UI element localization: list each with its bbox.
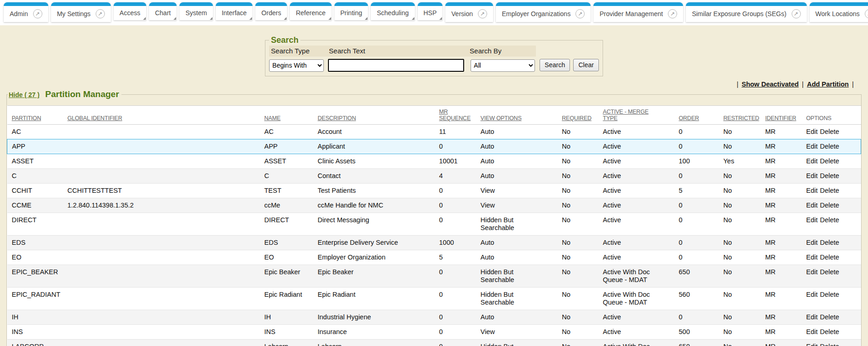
pipe-separator: | — [736, 81, 738, 88]
edit-link[interactable]: Edit — [806, 268, 818, 276]
tab-scheduling[interactable]: Scheduling — [371, 2, 414, 20]
table-row[interactable]: CCHITCCHITTESTTESTTESTTest Patients0View… — [7, 184, 861, 198]
tab-interface[interactable]: Interface — [216, 2, 253, 20]
external-link-icon[interactable]: ↗ — [96, 9, 105, 18]
tab-reference[interactable]: Reference — [290, 2, 332, 20]
column-header-mr-sequence[interactable]: MR SEQUENCE — [439, 106, 481, 125]
table-row[interactable]: EPIC_RADIANTEpic RadiantEpic Radiant0Hid… — [7, 288, 861, 310]
table-row[interactable]: EDSEDSEnterprise Delivery Service1000Aut… — [7, 236, 861, 250]
show-deactivated-link[interactable]: Show Deactivated — [742, 81, 799, 88]
add-partition-link[interactable]: Add Partition — [807, 81, 849, 88]
edit-link[interactable]: Edit — [806, 202, 818, 209]
column-header-identifier[interactable]: IDENTIFIER — [765, 106, 806, 125]
edit-link[interactable]: Edit — [806, 291, 818, 298]
column-header-label[interactable]: NAME — [264, 115, 281, 121]
column-header-label[interactable]: MR SEQUENCE — [439, 109, 471, 121]
table-row[interactable]: LABCORPLabcorpLabcorp0Hidden But Searcha… — [7, 340, 861, 346]
delete-link[interactable]: Delete — [820, 216, 839, 224]
tab-version[interactable]: Version↗ — [445, 2, 493, 22]
delete-link[interactable]: Delete — [820, 143, 839, 150]
delete-link[interactable]: Delete — [820, 291, 839, 298]
delete-link[interactable]: Delete — [820, 187, 839, 194]
column-header-label[interactable]: IDENTIFIER — [765, 115, 796, 121]
hide-section-link[interactable]: Hide ( 27 ) — [9, 91, 40, 98]
column-header-label[interactable]: DESCRIPTION — [318, 115, 356, 121]
edit-link[interactable]: Edit — [806, 343, 818, 346]
edit-link[interactable]: Edit — [806, 157, 818, 165]
tab-similar-exposure-groups-segs[interactable]: Similar Exposure Groups (SEGs)↗ — [686, 2, 806, 22]
tab-work-locations[interactable]: Work Locations↗ — [810, 2, 868, 22]
search-type-select[interactable]: Begins With — [269, 59, 324, 72]
table-row[interactable]: DIRECTDIRECTDirect Messaging0Hidden But … — [7, 213, 861, 236]
tab-access[interactable]: Access — [114, 2, 146, 20]
delete-link[interactable]: Delete — [820, 172, 839, 179]
external-link-icon[interactable]: ↗ — [575, 9, 585, 18]
edit-link[interactable]: Edit — [806, 239, 818, 246]
edit-link[interactable]: Edit — [806, 328, 818, 335]
edit-link[interactable]: Edit — [806, 254, 818, 261]
column-header-global-identifier[interactable]: GLOBAL IDENTIFIER — [68, 106, 264, 125]
external-link-icon[interactable]: ↗ — [668, 9, 677, 18]
table-row[interactable]: ASSETASSETClinic Assets10001AutoNoActive… — [7, 154, 861, 169]
column-header-label[interactable]: REQUIRED — [562, 115, 592, 121]
tab-admin[interactable]: Admin↗ — [4, 2, 48, 22]
delete-link[interactable]: Delete — [820, 328, 839, 335]
column-header-label[interactable]: ACTIVE - MERGE TYPE — [603, 109, 649, 121]
tab-chart[interactable]: Chart — [149, 2, 177, 20]
column-header-name[interactable]: NAME — [264, 106, 318, 125]
tab-system[interactable]: System — [179, 2, 213, 20]
tab-orders[interactable]: Orders — [255, 2, 287, 20]
cell-restricted: No — [724, 184, 765, 198]
tab-provider-management[interactable]: Provider Management↗ — [593, 2, 683, 22]
search-by-select[interactable]: All — [471, 59, 535, 72]
column-header-partition[interactable]: PARTITION — [7, 106, 68, 125]
column-header-required[interactable]: REQUIRED — [562, 106, 603, 125]
cell-active-merge-type: Active — [603, 213, 679, 236]
external-link-icon[interactable]: ↗ — [478, 9, 487, 18]
edit-link[interactable]: Edit — [806, 187, 818, 194]
table-row[interactable]: ACACAccount11AutoNoActive0NoMREditDelete — [7, 125, 861, 139]
delete-link[interactable]: Delete — [820, 128, 839, 135]
column-header-view-options[interactable]: VIEW OPTIONS — [481, 106, 562, 125]
table-row[interactable]: CCContact4AutoNoActive0NoMREditDelete — [7, 169, 861, 184]
column-header-restricted[interactable]: RESTRICTED — [724, 106, 765, 125]
column-header-label[interactable]: ORDER — [679, 115, 699, 121]
tab-hsp[interactable]: HSP — [418, 2, 443, 20]
edit-link[interactable]: Edit — [806, 216, 818, 224]
column-header-description[interactable]: DESCRIPTION — [318, 106, 439, 125]
search-text-label: Search Text — [328, 46, 469, 57]
delete-link[interactable]: Delete — [820, 343, 839, 346]
table-row[interactable]: IHIHIndustrial Hygiene0AutoNoActive0NoMR… — [7, 310, 861, 325]
edit-link[interactable]: Edit — [806, 128, 818, 135]
external-link-icon[interactable]: ↗ — [792, 9, 801, 18]
table-row[interactable]: EPIC_BEAKEREpic BeakerEpic Beaker0Hidden… — [7, 265, 861, 288]
tab-employer-organizations[interactable]: Employer Organizations↗ — [496, 2, 591, 22]
clear-button[interactable]: Clear — [573, 59, 598, 71]
column-header-label[interactable]: RESTRICTED — [724, 115, 759, 121]
column-header-label[interactable]: PARTITION — [12, 115, 41, 121]
table-row[interactable]: APPAPPApplicant0AutoNoActive0NoMREditDel… — [7, 139, 861, 154]
delete-link[interactable]: Delete — [820, 254, 839, 261]
delete-link[interactable]: Delete — [820, 157, 839, 165]
table-row[interactable]: EOEOEmployer Organization5AutoNoActive0N… — [7, 250, 861, 265]
table-row[interactable]: INSINSInsurance0ViewNoActive500NoMREditD… — [7, 325, 861, 340]
search-text-input[interactable] — [328, 59, 464, 72]
column-header-label[interactable]: VIEW OPTIONS — [481, 115, 522, 121]
delete-link[interactable]: Delete — [820, 313, 839, 321]
table-row[interactable]: CCME1.2.840.114398.1.35.2ccMeccMe Handle… — [7, 198, 861, 213]
delete-link[interactable]: Delete — [820, 202, 839, 209]
edit-link[interactable]: Edit — [806, 143, 818, 150]
external-link-icon[interactable]: ↗ — [865, 9, 868, 18]
edit-link[interactable]: Edit — [806, 172, 818, 179]
column-header-label[interactable]: GLOBAL IDENTIFIER — [68, 115, 122, 121]
tab-printing[interactable]: Printing — [334, 2, 368, 20]
delete-link[interactable]: Delete — [820, 239, 839, 246]
cell-name: ccMe — [264, 198, 318, 213]
external-link-icon[interactable]: ↗ — [33, 9, 42, 18]
delete-link[interactable]: Delete — [820, 268, 839, 276]
edit-link[interactable]: Edit — [806, 313, 818, 321]
tab-my-settings[interactable]: My Settings↗ — [51, 2, 111, 22]
column-header-order[interactable]: ORDER — [679, 106, 724, 125]
column-header-active-merge-type[interactable]: ACTIVE - MERGE TYPE — [603, 106, 679, 125]
search-button[interactable]: Search — [540, 59, 570, 71]
